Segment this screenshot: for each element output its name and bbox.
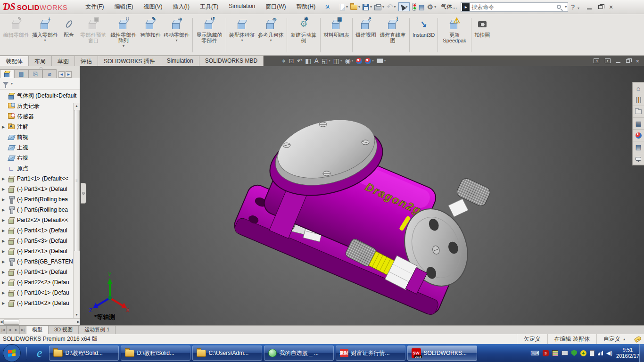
clipboard-icon[interactable] — [590, 350, 594, 356]
featuremanager-tab[interactable] — [0, 69, 14, 78]
expand-arrow-icon[interactable]: ▶ — [1, 249, 6, 254]
options-list-button[interactable]: ▤ — [418, 2, 426, 12]
tree-item-part4[interactable]: ▶(-) Part4<1> (Defaul — [1, 225, 80, 236]
scroll-thumb[interactable]: ≡ — [74, 110, 80, 251]
antivirus-plus-icon[interactable]: + — [580, 350, 586, 356]
expand-arrow-icon[interactable]: ▶ — [1, 239, 6, 243]
open-file-button[interactable]: ▾ — [349, 3, 361, 11]
zoom-fit-icon[interactable]: ⌖ — [282, 57, 286, 65]
filter-funnel-icon[interactable] — [3, 82, 8, 86]
file-explorer-icon[interactable] — [633, 106, 644, 118]
rebuild-button[interactable] — [411, 2, 417, 12]
mate-button[interactable]: 配合 — [59, 15, 78, 55]
settings-button[interactable]: ⚙▾ — [426, 2, 437, 12]
previous-view-icon[interactable]: ↶ — [297, 57, 303, 65]
tree-item-part7[interactable]: ▶(-) Part7<1> (Defaul — [1, 246, 80, 256]
tree-item-annotations[interactable]: ▶注解 — [1, 122, 80, 132]
search-dropdown-icon[interactable]: ▾ — [565, 5, 567, 9]
reference-geometry-button[interactable]: ⌯参考几何体▾ — [256, 15, 285, 55]
forum-icon[interactable] — [633, 153, 644, 165]
menu-insert[interactable]: 插入(I) — [168, 1, 194, 13]
help-button[interactable]: ? ▾ — [571, 3, 579, 11]
explode-line-sketch-button[interactable]: ⌇爆炸直线草图 — [378, 15, 408, 55]
zoom-area-icon[interactable]: ⊡ — [289, 57, 294, 65]
tree-horizontal-scrollbar[interactable]: ◀ ▶ — [0, 318, 80, 325]
expand-arrow-icon[interactable]: ▶ — [1, 187, 6, 191]
menu-tools[interactable]: 工具(T) — [195, 1, 223, 13]
expand-arrow-icon[interactable]: ▶ — [1, 125, 6, 129]
ime-list-icon[interactable] — [552, 350, 558, 356]
expand-arrow-icon[interactable]: ▶ — [1, 218, 6, 222]
start-button[interactable] — [3, 344, 21, 362]
linear-component-pattern-button[interactable]: ∷线性零部件阵列▾ — [108, 15, 139, 55]
home-icon[interactable]: ⌂ — [633, 82, 644, 94]
take-snapshot-button[interactable]: 拍快照 — [473, 15, 492, 55]
panel-tabs-scroll-left-icon[interactable]: ◀ — [58, 71, 65, 78]
internet-explorer-icon[interactable]: e — [37, 346, 42, 360]
menu-window[interactable]: 窗口(W) — [261, 1, 290, 13]
propertymanager-tab[interactable]: ▤ — [14, 69, 28, 78]
tree-item-part10a[interactable]: ▶(-) Part10<1> (Defau — [1, 288, 80, 298]
expand-arrow-icon[interactable]: ▶ — [1, 270, 6, 274]
new-file-button[interactable]: ▾ — [339, 3, 349, 11]
panel-collapse-handle[interactable] — [40, 67, 42, 70]
taskbar-folder-1[interactable]: D:\教程\Solid... — [49, 346, 119, 361]
menu-view[interactable]: 视图(V) — [139, 1, 167, 13]
tab-simulation[interactable]: Simulation — [161, 56, 199, 66]
tree-item-part6a[interactable]: ▶(-) Part6(Rolling bea — [1, 194, 80, 205]
expand-arrow-icon[interactable]: ▶ — [1, 301, 6, 305]
edit-appearance-icon[interactable] — [356, 58, 362, 64]
tag-icon[interactable] — [634, 336, 642, 343]
solidworks-shield-icon[interactable]: S — [543, 350, 549, 356]
minimize-icon[interactable] — [587, 8, 592, 9]
view-palette-icon[interactable]: ▦ — [633, 118, 644, 130]
keyboard-icon[interactable]: ⌨ — [530, 350, 539, 357]
tab-evaluate[interactable]: 评估 — [75, 56, 98, 66]
select-tool-button[interactable]: ▾ — [398, 2, 410, 11]
tab-sketch[interactable]: 草图 — [52, 56, 75, 66]
pane-right-icon[interactable]: ▸ — [605, 58, 611, 63]
close-icon[interactable]: × — [609, 4, 613, 10]
tree-item-part6b[interactable]: ▶(-) Part6(Rolling bea — [1, 205, 80, 215]
taskbar-stocks-window[interactable]: 我的自选股 _ ... — [264, 346, 334, 361]
panel-tabs-scroll-right-icon[interactable]: ▶ — [66, 71, 72, 78]
exploded-view-button[interactable]: ↗爆炸视图 — [354, 15, 378, 55]
menu-simulation[interactable]: Simulation — [224, 1, 260, 13]
move-component-button[interactable]: ➔移动零部件▾ — [162, 15, 191, 55]
taskbar-securities-window[interactable]: 聚财财富证券行情... — [336, 346, 405, 361]
tree-item-part2[interactable]: ▶Part2<2> (Default<< — [1, 215, 80, 225]
taskbar-solidworks-window[interactable]: SWSOLIDWORKS... — [407, 346, 477, 361]
menu-edit[interactable]: 编辑(E) — [110, 1, 138, 13]
menu-help[interactable]: 帮助(H) — [292, 1, 321, 13]
menu-file[interactable]: 文件(F) — [81, 1, 108, 13]
tab-solidworks-mbd[interactable]: SOLIDWORKS MBD — [199, 56, 264, 66]
bill-of-materials-button[interactable]: ▦材料明细表 — [322, 15, 351, 55]
speaker-icon[interactable]: ◀) — [606, 350, 612, 356]
expand-arrow-icon[interactable]: ▶ — [1, 208, 6, 212]
apply-scene-icon[interactable]: ▾ — [365, 58, 374, 64]
tree-root[interactable]: 气体阀 (Default<Default — [1, 90, 80, 101]
expand-arrow-icon[interactable]: ▶ — [1, 197, 6, 202]
tree-item-right-plane[interactable]: 右视 — [1, 153, 80, 163]
undo-button[interactable]: ↶▾ — [386, 3, 396, 11]
prev-tab-icon[interactable]: ◀ — [7, 326, 13, 334]
tab-motion-study[interactable]: 运动算例 1 — [79, 326, 116, 334]
monitor-icon[interactable] — [561, 351, 568, 355]
configurationmanager-tab[interactable]: ⎘ — [28, 69, 42, 78]
expand-arrow-icon[interactable]: ▶ — [1, 177, 6, 181]
view-settings-icon[interactable]: ▾ — [377, 58, 386, 63]
design-library-icon[interactable] — [633, 94, 644, 106]
tree-item-sensors[interactable]: 传感器 — [1, 111, 80, 122]
model-gas-valve[interactable]: Dragon2g — [80, 66, 644, 325]
network-signal-icon[interactable] — [598, 351, 603, 355]
tab-solidworks-addins[interactable]: SOLIDWORKS 插件 — [98, 56, 161, 66]
taskbar-folder-3[interactable]: C:\Users\Adm... — [192, 346, 262, 361]
expand-arrow-icon[interactable]: ▶ — [1, 280, 6, 285]
tree-item-part8[interactable]: ▶(-) Part8(GB_FASTEN — [1, 256, 80, 267]
update-speedpak-button[interactable]: ⚠更新Speedpak — [439, 15, 470, 55]
taskbar-folder-2[interactable]: D:\教程\Solid... — [121, 346, 190, 361]
instant3d-button[interactable]: ↘Instant3D — [411, 15, 436, 55]
tab-layout[interactable]: 布局 — [29, 56, 52, 66]
custom-properties-icon[interactable]: ▤ — [633, 141, 644, 153]
search-magnifier-icon[interactable] — [557, 5, 561, 9]
